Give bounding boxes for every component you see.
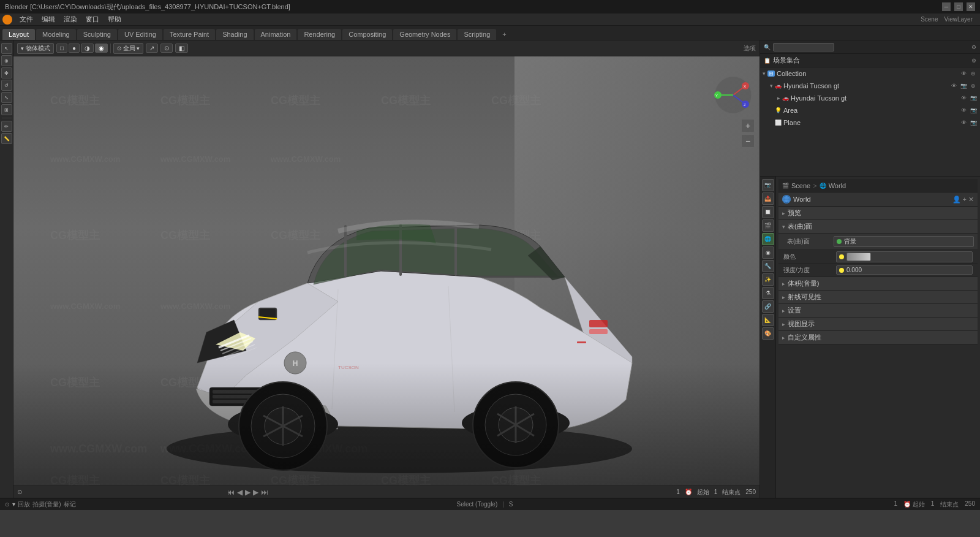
prop-constraints-icon[interactable]: 🔗 bbox=[762, 300, 774, 313]
tool-measure[interactable]: 📏 bbox=[1, 133, 12, 144]
prop-output-icon[interactable]: 📤 bbox=[762, 192, 774, 205]
tool-move[interactable]: ✥ bbox=[1, 67, 12, 78]
tab-add[interactable]: + bbox=[497, 29, 511, 40]
minimize-button[interactable]: ─ bbox=[942, 2, 951, 11]
tool-select[interactable]: ↖ bbox=[1, 43, 12, 54]
overlay-label[interactable]: 选项 bbox=[744, 44, 756, 53]
area-cam[interactable]: 📷 bbox=[969, 107, 978, 113]
panel-search-input[interactable] bbox=[773, 43, 834, 51]
prop-physics-icon[interactable]: ⚗ bbox=[762, 287, 774, 299]
xray-btn[interactable]: ◧ bbox=[175, 44, 188, 53]
prop-object-data-icon[interactable]: 📐 bbox=[762, 314, 774, 326]
blender-logo[interactable] bbox=[2, 15, 12, 25]
solid-btn[interactable]: ● bbox=[69, 44, 80, 53]
tool-transform[interactable]: ⊞ bbox=[1, 104, 12, 115]
material-btn[interactable]: ◑ bbox=[81, 44, 94, 53]
outliner-item-tucson-mesh[interactable]: ▸ 🚗 Hyundai Tucson gt 👁 📷 bbox=[760, 92, 980, 104]
orientation-gizmo[interactable]: X Z Y bbox=[712, 74, 755, 116]
collection-eye-icon[interactable]: 👁 bbox=[959, 70, 968, 77]
tab-sculpting[interactable]: Sculpting bbox=[77, 29, 117, 40]
skip-end-button[interactable]: ⏭ bbox=[261, 488, 268, 497]
prop-render-icon[interactable]: 📷 bbox=[762, 179, 774, 191]
skip-start-button[interactable]: ⏮ bbox=[227, 488, 235, 497]
menu-render[interactable]: 渲染 bbox=[60, 13, 81, 25]
world-close-icon[interactable]: ✕ bbox=[968, 196, 974, 204]
prop-scene-icon[interactable]: 🎬 bbox=[762, 219, 774, 232]
panel-filter-icon[interactable]: ⚙ bbox=[971, 44, 976, 50]
preview-label: 预览 bbox=[788, 208, 801, 218]
tab-animation[interactable]: Animation bbox=[255, 29, 297, 40]
gizmo-btn[interactable]: ↗ bbox=[146, 44, 158, 53]
panel-header-left: 🔍 bbox=[764, 43, 834, 51]
tab-uv-editing[interactable]: UV Editing bbox=[118, 29, 162, 40]
zoom-out-button[interactable]: − bbox=[741, 134, 755, 148]
tool-rotate[interactable]: ↺ bbox=[1, 80, 12, 91]
overlay-btn[interactable]: ⊙ bbox=[160, 44, 173, 53]
strength-prop-value[interactable]: 0.000 bbox=[836, 265, 973, 275]
section-preview[interactable]: ▸ 预览 bbox=[778, 207, 978, 220]
color-prop-value[interactable] bbox=[836, 251, 973, 262]
breadcrumb-world[interactable]: World bbox=[829, 182, 846, 189]
tucson-parent-filter[interactable]: ⊕ bbox=[969, 83, 978, 89]
collection-select-icon[interactable]: ⊕ bbox=[969, 70, 978, 77]
prop-particle-icon[interactable]: ✨ bbox=[762, 273, 774, 286]
outliner-filter-btn[interactable]: ⚙ bbox=[971, 58, 976, 64]
mode-selector[interactable]: ▾ 物体模式 bbox=[17, 43, 54, 54]
tool-annotate[interactable]: ✏ bbox=[1, 121, 12, 132]
prop-world-icon[interactable]: 🌐 bbox=[762, 233, 774, 245]
outliner-item-tucson-parent[interactable]: ▾ 🚗 Hyundai Tucson gt 👁 📷 ⊕ bbox=[760, 80, 980, 92]
wireframe-btn[interactable]: □ bbox=[56, 44, 67, 53]
svg-point-0 bbox=[4, 17, 10, 23]
animation-controls: ⏮ ◀ ▶ ▶ ⏭ bbox=[227, 488, 268, 497]
tucson-parent-eye[interactable]: 👁 bbox=[949, 83, 958, 89]
area-eye[interactable]: 👁 bbox=[959, 107, 968, 113]
section-settings[interactable]: ▸ 设置 bbox=[778, 304, 978, 318]
tool-scale[interactable]: ⤡ bbox=[1, 92, 12, 103]
tucson-parent-cam[interactable]: 📷 bbox=[959, 83, 968, 89]
tab-geometry-nodes[interactable]: Geometry Nodes bbox=[393, 29, 456, 40]
status-icon[interactable]: ⊙ bbox=[5, 501, 10, 508]
view-global[interactable]: ⊙ 全局 ▾ bbox=[113, 43, 143, 54]
zoom-in-button[interactable]: + bbox=[741, 119, 755, 132]
tab-shading[interactable]: Shading bbox=[216, 29, 253, 40]
section-ray-visibility[interactable]: ▸ 射线可见性 bbox=[778, 291, 978, 304]
outliner-item-collection[interactable]: ▾ ⊞ Collection 👁 ⊕ bbox=[760, 67, 980, 80]
plane-cam[interactable]: 📷 bbox=[969, 120, 978, 126]
section-custom-props[interactable]: ▸ 自定义属性 bbox=[778, 331, 978, 345]
tab-compositing[interactable]: Compositing bbox=[342, 29, 392, 40]
tool-cursor[interactable]: ⊕ bbox=[1, 55, 12, 66]
prop-view-layer-icon[interactable]: 🔲 bbox=[762, 206, 774, 218]
rendered-btn[interactable]: ◉ bbox=[95, 44, 108, 53]
outliner-item-plane[interactable]: ▸ ⬜ Plane 👁 📷 bbox=[760, 116, 980, 129]
tucson-mesh-cam[interactable]: 📷 bbox=[969, 95, 978, 101]
outliner-item-area[interactable]: ▸ 💡 Area 👁 📷 bbox=[760, 104, 980, 116]
section-surface[interactable]: ▾ 表(曲)面 bbox=[778, 220, 978, 234]
next-frame-button[interactable]: ▶ bbox=[253, 488, 258, 497]
play-button[interactable]: ▶ bbox=[245, 488, 251, 497]
prev-frame-button[interactable]: ◀ bbox=[237, 488, 243, 497]
menu-help[interactable]: 帮助 bbox=[104, 13, 125, 25]
tab-layout[interactable]: Layout bbox=[2, 29, 35, 40]
tab-modeling[interactable]: Modeling bbox=[36, 29, 76, 40]
prop-object-icon[interactable]: ◉ bbox=[762, 246, 774, 259]
breadcrumb-scene[interactable]: Scene bbox=[791, 182, 810, 189]
tab-rendering[interactable]: Rendering bbox=[298, 29, 341, 40]
world-fake-user-icon[interactable]: 👤 bbox=[952, 196, 961, 204]
menu-file[interactable]: 文件 bbox=[16, 13, 37, 25]
maximize-button[interactable]: □ bbox=[954, 2, 963, 11]
tab-texture-paint[interactable]: Texture Paint bbox=[164, 29, 215, 40]
world-new-icon[interactable]: + bbox=[963, 196, 967, 204]
plane-eye[interactable]: 👁 bbox=[959, 120, 968, 126]
prop-material-icon[interactable]: 🎨 bbox=[762, 327, 774, 340]
prop-modifier-icon[interactable]: 🔧 bbox=[762, 260, 774, 272]
close-button[interactable]: ✕ bbox=[967, 2, 975, 11]
section-volume[interactable]: ▸ 体积(音量) bbox=[778, 277, 978, 291]
menu-window[interactable]: 窗口 bbox=[82, 13, 103, 25]
menu-edit[interactable]: 编辑 bbox=[38, 13, 59, 25]
section-viewport-display[interactable]: ▸ 视图显示 bbox=[778, 318, 978, 331]
3d-viewport[interactable]: CG模型主 CG模型主 CG模型主 CG模型主 CG模型主 www.CGMXW.… bbox=[13, 56, 760, 486]
frame-info: 1 ⏰ 起始 1 结束点 250 bbox=[676, 488, 756, 497]
tucson-mesh-eye[interactable]: 👁 bbox=[959, 95, 968, 101]
tab-scripting[interactable]: Scripting bbox=[458, 29, 496, 40]
color-swatch[interactable] bbox=[846, 253, 871, 261]
